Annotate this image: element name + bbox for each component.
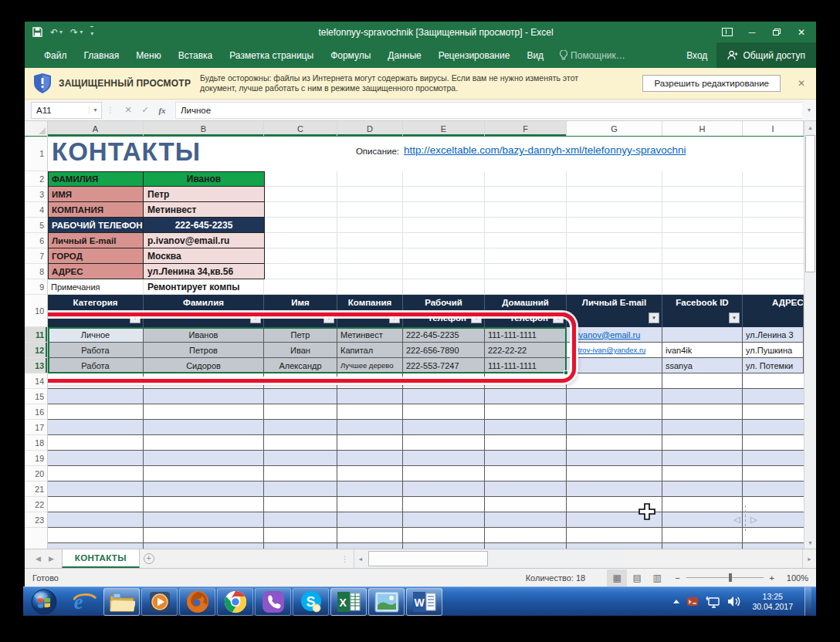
tab-insert[interactable]: Вставка [170,44,222,67]
cancel-entry-icon[interactable]: ✕ [120,105,137,115]
row-header[interactable]: 10 [25,295,47,327]
filter-dropdown-icon[interactable]: ▾ [471,313,482,323]
card-value[interactable]: Иванов [144,171,265,187]
cell[interactable]: Петров [144,343,264,358]
row-header[interactable]: 4 [25,202,47,218]
column-header[interactable]: D [337,121,403,136]
taskbar-ie-button[interactable]: e [66,588,102,616]
tab-data[interactable]: Данные [379,44,429,67]
row-header[interactable]: 22 [25,497,47,512]
enable-editing-button[interactable]: Разрешить редактирование [642,75,781,92]
cell[interactable]: Работа [48,343,144,358]
network-icon[interactable] [706,596,720,608]
card-label[interactable]: КОМПАНИЯ [48,202,144,218]
prev-sheet-icon[interactable]: ◀ [36,555,41,563]
cell[interactable]: 111-111-1111 [485,358,567,373]
cell-email-link[interactable]: p.ivanov@email.ru [567,327,662,343]
row-header[interactable]: 1 [25,137,47,171]
show-desktop-button[interactable] [804,587,811,616]
zoom-percentage[interactable]: 100% [781,573,808,583]
card-value[interactable]: Москва [144,248,265,264]
next-sheet-icon[interactable]: ▶ [49,555,54,563]
cell[interactable]: 222-553-7247 [403,358,485,373]
filter-dropdown-icon[interactable]: ▾ [130,313,141,323]
card-value[interactable]: Метинвест [144,202,265,218]
empty-table-rows[interactable] [48,373,804,549]
protected-bar-close-icon[interactable]: ✕ [791,73,811,93]
tab-file[interactable]: Файл [36,44,76,67]
cell[interactable]: Иван [264,343,337,358]
table-header-facebook-id[interactable]: Facebook ID ▾ [662,295,743,327]
card-label[interactable]: РАБОЧИЙ ТЕЛЕФОН [48,218,144,233]
sheet-tab-kontakty[interactable]: КОНТАКТЫ [62,549,140,568]
taskbar-clock[interactable]: 13:25 30.04.2017 [747,592,798,612]
row-header[interactable]: 7 [25,248,47,264]
card-value[interactable]: Петр [144,187,265,202]
description-hyperlink[interactable]: http://exceltable.com/bazy-dannyh-xml/te… [404,144,804,156]
vertical-scroll-thumb[interactable] [805,135,815,272]
table-header-name[interactable]: Имя ▾ [264,295,337,327]
filter-dropdown-icon[interactable]: ▾ [649,313,659,323]
vertical-scroll-track[interactable] [804,133,816,536]
confirm-entry-icon[interactable]: ✓ [137,105,154,115]
tab-page-layout[interactable]: Разметка страницы [221,44,322,67]
cell[interactable]: ivan4ik [662,343,743,358]
name-box-dropdown-icon[interactable]: ▾ [89,106,101,113]
undo-button[interactable]: ↶▾ [50,27,63,38]
column-header[interactable]: F [485,121,567,136]
minimize-button[interactable]: ─ [740,24,764,41]
row-header[interactable]: 2 [25,171,47,187]
cell[interactable]: ул.Ленина 3 [743,327,804,343]
column-header[interactable]: E [403,121,485,136]
column-header[interactable]: G [567,121,662,136]
table-header-surname[interactable]: Фамилия ▾ [144,295,264,327]
row-header[interactable]: 3 [25,187,47,202]
table-header-work-phone[interactable]: Рабочий телефон▾ [403,295,485,327]
save-icon[interactable] [32,27,42,37]
zoom-slider-thumb[interactable] [729,573,732,582]
taskbar-excel-button[interactable]: X [330,588,367,616]
cell[interactable] [567,358,662,373]
card-label[interactable]: ФАМИЛИЯ [48,171,144,187]
scroll-down-icon[interactable]: ▼ [804,536,816,549]
row-header[interactable]: 16 [25,404,47,420]
column-header[interactable]: C [264,121,337,136]
filter-dropdown-icon[interactable]: ▾ [729,313,740,323]
select-all-corner[interactable] [25,121,47,137]
formula-input[interactable]: Личное [175,102,802,119]
cell[interactable]: Иванов [144,327,264,343]
row-header[interactable]: 9 [25,279,47,295]
tab-assistant[interactable]: Помощник… [552,44,633,67]
name-box[interactable]: A11 ▾ [31,102,102,119]
row-header[interactable]: 23 [25,512,47,528]
column-header[interactable]: H [662,121,743,136]
restore-button[interactable] [765,24,788,41]
tab-formulas[interactable]: Формулы [322,44,379,67]
cell[interactable]: Капитал [337,343,403,358]
row-header[interactable]: 17 [25,420,47,435]
card-label[interactable]: ГОРОД [48,248,144,264]
taskbar-chrome-button[interactable] [217,588,253,616]
cell[interactable]: ул.Пушкина [743,343,804,358]
card-value[interactable]: 222-645-2235 [144,218,265,233]
zoom-slider[interactable] [686,577,764,578]
row-header[interactable]: 19 [25,451,47,466]
expand-formula-bar-icon[interactable]: ▾ [802,106,816,113]
tab-view[interactable]: Вид [518,44,552,67]
taskbar-skype-button[interactable]: S [293,588,329,616]
card-label[interactable]: АДРЕС [48,264,144,279]
taskbar-firefox-button[interactable] [179,588,215,616]
cell[interactable]: Лучшее дерево [337,358,403,373]
table-header-address[interactable]: АДРЕС [743,295,804,327]
filter-dropdown-icon[interactable]: ▾ [323,313,334,323]
row-header-selected[interactable]: 13 [25,358,47,373]
tab-review[interactable]: Рецензирование [430,44,519,67]
normal-view-icon[interactable]: ▦ [607,569,627,586]
column-header[interactable]: B [144,121,264,136]
cell[interactable]: 111-111-1111 [485,327,567,343]
row-header[interactable]: 5 [25,218,47,233]
tray-app-icon[interactable] [686,596,699,607]
row-header[interactable]: 8 [25,264,47,279]
scroll-left-icon[interactable]: ◄ [354,556,367,562]
cell[interactable]: 222-656-7890 [403,343,485,358]
